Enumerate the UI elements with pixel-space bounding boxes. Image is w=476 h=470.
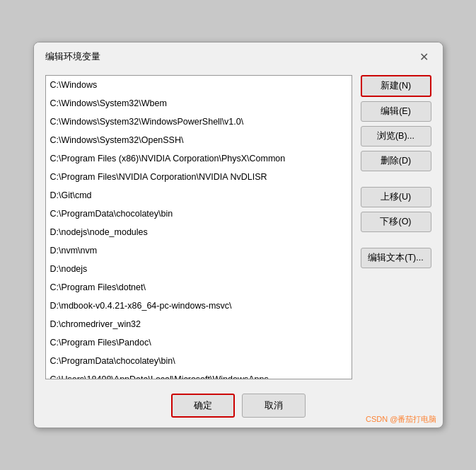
- cancel-button[interactable]: 取消: [242, 394, 306, 418]
- list-item[interactable]: C:\ProgramData\chocolatey\bin: [46, 205, 352, 223]
- dialog-title: 编辑环境变量: [45, 50, 100, 63]
- edit-text-button[interactable]: 编辑文本(T)...: [361, 248, 431, 268]
- list-item[interactable]: C:\Program Files\NVIDIA Corporation\NVID…: [46, 168, 352, 186]
- list-item[interactable]: C:\Windows\System32\WindowsPowerShell\v1…: [46, 113, 352, 131]
- watermark: CSDN @番茄打电脑: [366, 414, 436, 425]
- list-item[interactable]: C:\Windows: [46, 76, 352, 94]
- list-item[interactable]: D:\mdbook-v0.4.21-x86_64-pc-windows-msvc…: [46, 297, 352, 315]
- browse-button[interactable]: 浏览(B)...: [361, 126, 431, 147]
- close-button[interactable]: ✕: [417, 50, 431, 64]
- list-item[interactable]: D:\chromedriver_win32: [46, 315, 352, 333]
- list-item[interactable]: D:\nodejs: [46, 260, 352, 278]
- list-item[interactable]: C:\Windows\System32\OpenSSH\: [46, 131, 352, 149]
- list-item[interactable]: D:\nvm\nvm: [46, 241, 352, 260]
- new-button[interactable]: 新建(N): [361, 75, 431, 97]
- edit-button[interactable]: 编辑(E): [361, 101, 431, 122]
- title-bar: 编辑环境变量 ✕: [34, 42, 443, 69]
- list-item[interactable]: C:\Program Files (x86)\NVIDIA Corporatio…: [46, 149, 352, 168]
- action-buttons: 新建(N) 编辑(E) 浏览(B)... 删除(D) 上移(U) 下移(O) 编…: [361, 75, 431, 379]
- delete-button[interactable]: 删除(D): [361, 151, 431, 171]
- move-up-button[interactable]: 上移(U): [361, 187, 431, 207]
- list-item[interactable]: C:\Program Files\dotnet\: [46, 278, 352, 297]
- list-item[interactable]: D:\nodejs\node_modules: [46, 223, 352, 241]
- list-item[interactable]: C:\Windows\System32\Wbem: [46, 94, 352, 113]
- content-area: C:\WindowsC:\Windows\System32\WbemC:\Win…: [34, 69, 443, 388]
- list-item[interactable]: C:\ProgramData\chocolatey\bin\: [46, 352, 352, 370]
- ok-button[interactable]: 确定: [171, 394, 235, 418]
- list-item[interactable]: C:\Users\18408\AppData\Local\Microsoft\W…: [46, 370, 352, 379]
- edit-env-vars-dialog: 编辑环境变量 ✕ C:\WindowsC:\Windows\System32\W…: [33, 42, 443, 428]
- move-down-button[interactable]: 下移(O): [361, 212, 431, 232]
- env-var-list[interactable]: C:\WindowsC:\Windows\System32\WbemC:\Win…: [45, 75, 352, 379]
- list-item[interactable]: C:\Program Files\Pandoc\: [46, 333, 352, 352]
- list-item[interactable]: D:\Git\cmd: [46, 186, 352, 205]
